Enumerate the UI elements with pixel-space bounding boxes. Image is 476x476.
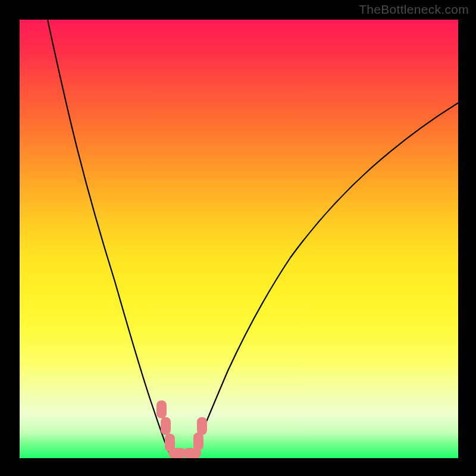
chart-container: TheBottleneck.com (0, 0, 476, 476)
svg-rect-1 (161, 417, 171, 435)
left-curve (48, 20, 173, 458)
watermark-text: TheBottleneck.com (359, 2, 469, 17)
svg-rect-0 (156, 400, 167, 418)
curves-svg (20, 20, 458, 458)
svg-rect-6 (197, 417, 207, 435)
optimal-zone-markers (156, 400, 207, 458)
plot-area (20, 20, 458, 458)
right-curve (191, 103, 458, 458)
svg-rect-5 (193, 433, 203, 450)
